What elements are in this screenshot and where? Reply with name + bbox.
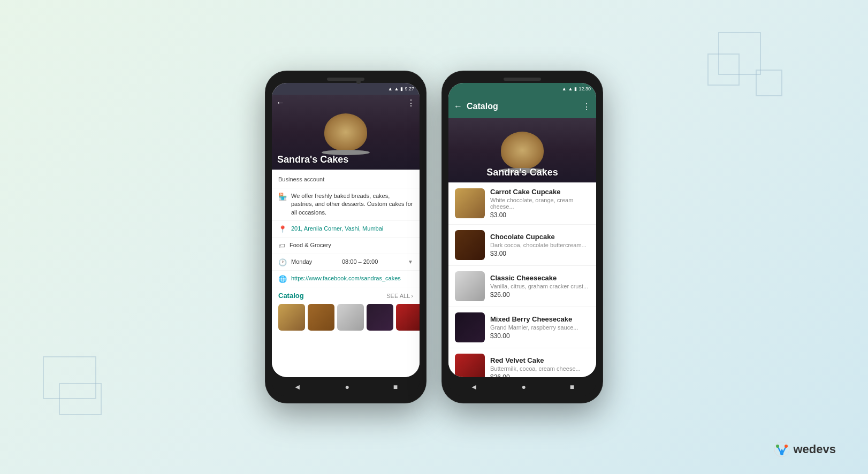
description-row: 🏪 We offer freshly baked breads, cakes, … xyxy=(272,188,420,221)
catalog-thumb-2[interactable] xyxy=(308,304,334,331)
catalog-thumb-3[interactable] xyxy=(337,304,364,331)
product-name-4: Mixed Berry Cheesecake xyxy=(490,315,590,323)
address-text[interactable]: 201, Areniia Corner, Vashi, Mumbai xyxy=(291,225,383,233)
product-thumb-5 xyxy=(455,354,485,377)
catalog-cake-visual xyxy=(501,132,544,169)
phone2-back-nav[interactable]: ◄ xyxy=(470,383,478,391)
product-name-1: Carrot Cake Cupcake xyxy=(490,188,590,196)
product-name-2: Chocolate Cupcake xyxy=(490,233,590,241)
product-name-3: Classic Cheesecake xyxy=(490,274,590,282)
description-icon: 🏪 xyxy=(278,193,287,201)
see-all-text: SEE ALL xyxy=(386,293,410,299)
product-desc-4: Grand Marnier, raspberry sauce... xyxy=(490,324,590,331)
phone2-bottom-nav: ◄ ● ■ xyxy=(448,377,596,396)
product-item-5[interactable]: Red Velvet Cake Buttermilk, cocoa, cream… xyxy=(448,348,596,377)
wedevs-logo: wedevs xyxy=(773,441,836,458)
product-info-4: Mixed Berry Cheesecake Grand Marnier, ra… xyxy=(490,315,590,340)
web-icon: 🌐 xyxy=(278,275,287,283)
product-price-3: $26.00 xyxy=(490,291,590,299)
svg-point-3 xyxy=(780,452,783,455)
product-price-2: $3.00 xyxy=(490,250,590,257)
phone1-time: 9:27 xyxy=(405,86,414,91)
phone1-bottom-nav: ◄ ● ■ xyxy=(272,377,420,396)
product-desc-3: Vanilla, citrus, graham cracker crust... xyxy=(490,283,590,289)
product-item-2[interactable]: Chocolate Cupcake Dark cocoa, chocolate … xyxy=(448,225,596,266)
product-item-1[interactable]: Carrot Cake Cupcake White chocolate, ora… xyxy=(448,182,596,225)
catalog-hero-image: Sandra's Cakes xyxy=(448,118,596,182)
product-item-4[interactable]: Mixed Berry Cheesecake Grand Marnier, ra… xyxy=(448,307,596,348)
phone1-battery-icon: ▮ xyxy=(400,86,403,91)
phone2-home-nav[interactable]: ● xyxy=(521,383,526,391)
category-row: 🏷 Food & Grocery xyxy=(272,238,420,254)
phone1-recent-nav[interactable]: ■ xyxy=(393,383,398,391)
wedevs-text: wedevs xyxy=(794,442,836,456)
catalog-cake-shape xyxy=(501,132,544,169)
description-text: We offer freshly baked breads, cakes, pa… xyxy=(291,192,413,217)
phone2-status-bar: ▲ ▲ ▮ 12:30 xyxy=(448,83,596,95)
website-link[interactable]: https://www.facebook.com/sandras_cakes xyxy=(291,274,401,282)
phone1-screen: ▲ ▲ ▮ 9:27 ← ⋮ Sandra's Cakes xyxy=(272,83,420,377)
hours-time: 08:00 – 20:00 xyxy=(342,258,378,266)
phone1-status-right: ▲ ▲ ▮ 9:27 xyxy=(388,86,414,91)
phone-business-profile: ▲ ▲ ▮ 9:27 ← ⋮ Sandra's Cakes xyxy=(265,71,426,403)
catalog-thumb-1[interactable] xyxy=(278,304,305,331)
product-desc-2: Dark cocoa, chocolate buttercream... xyxy=(490,242,590,248)
phone2-screen: ▲ ▲ ▮ 12:30 ← Catalog ⋮ Sandra's Cakes xyxy=(448,83,596,377)
website-row: 🌐 https://www.facebook.com/sandras_cakes xyxy=(272,271,420,287)
catalog-thumbnails xyxy=(278,304,413,331)
svg-point-2 xyxy=(785,445,788,448)
wedevs-logo-icon xyxy=(773,441,790,458)
see-all-button[interactable]: SEE ALL › xyxy=(386,293,413,299)
svg-point-1 xyxy=(776,445,779,448)
hours-day: Monday xyxy=(291,258,312,266)
phone1-back-nav[interactable]: ◄ xyxy=(294,383,301,391)
phone2-speaker xyxy=(504,78,541,81)
phone2-signal-icon: ▲ xyxy=(568,86,573,91)
address-row: 📍 201, Areniia Corner, Vashi, Mumbai xyxy=(272,221,420,238)
bg-decoration-2 xyxy=(707,53,740,86)
phone1-camera xyxy=(356,80,361,84)
phone1-more-button[interactable]: ⋮ xyxy=(407,98,415,108)
product-thumb-1 xyxy=(455,188,485,218)
product-thumb-2 xyxy=(455,230,485,260)
phone2-wifi-icon: ▲ xyxy=(562,86,567,91)
phone2-status-right: ▲ ▲ ▮ 12:30 xyxy=(562,86,591,91)
phone1-status-bar: ▲ ▲ ▮ 9:27 xyxy=(272,83,420,95)
location-icon: 📍 xyxy=(278,225,287,233)
catalog-more-button[interactable]: ⋮ xyxy=(582,102,591,112)
phone2-battery-icon: ▮ xyxy=(574,86,577,91)
catalog-section: Catalog SEE ALL › xyxy=(272,287,420,377)
business-account-section: Business account xyxy=(272,170,420,188)
phone2-recent-nav[interactable]: ■ xyxy=(570,383,574,391)
product-item-3[interactable]: Classic Cheesecake Vanilla, citrus, grah… xyxy=(448,266,596,307)
product-desc-5: Buttermilk, cocoa, cream cheese... xyxy=(490,365,590,372)
catalog-app-header: ← Catalog ⋮ xyxy=(448,95,596,118)
catalog-thumb-5[interactable] xyxy=(396,304,420,331)
phone1-cake-shape xyxy=(324,113,367,151)
hours-expand-icon[interactable]: ▼ xyxy=(408,259,413,265)
product-price-5: $26.00 xyxy=(490,373,590,377)
catalog-back-button[interactable]: ← xyxy=(454,102,462,111)
category-icon: 🏷 xyxy=(278,242,285,250)
phone1-wifi-icon: ▲ xyxy=(388,86,393,91)
product-list: Carrot Cake Cupcake White chocolate, ora… xyxy=(448,182,596,377)
phone1-business-name: Sandra's Cakes xyxy=(277,154,348,165)
phone-catalog: ▲ ▲ ▮ 12:30 ← Catalog ⋮ Sandra's Cakes xyxy=(442,71,603,403)
phones-container: ▲ ▲ ▮ 9:27 ← ⋮ Sandra's Cakes xyxy=(265,71,603,403)
catalog-app-title: Catalog xyxy=(467,102,578,111)
hours-row: 🕐 Monday 08:00 – 20:00 ▼ xyxy=(272,254,420,271)
category-text: Food & Grocery xyxy=(290,241,331,249)
catalog-hero-name: Sandra's Cakes xyxy=(486,167,558,178)
product-name-5: Red Velvet Cake xyxy=(490,356,590,364)
product-price-1: $3.00 xyxy=(490,211,590,219)
phone1-back-button[interactable]: ← xyxy=(276,98,285,108)
phone1-home-nav[interactable]: ● xyxy=(345,383,349,391)
product-thumb-4 xyxy=(455,312,485,342)
phone1-signal-icon: ▲ xyxy=(394,86,399,91)
product-info-1: Carrot Cake Cupcake White chocolate, ora… xyxy=(490,188,590,219)
bg-decoration-5 xyxy=(59,383,102,415)
product-desc-1: White chocolate, orange, cream cheese... xyxy=(490,197,590,210)
phone1-cake-visual xyxy=(324,113,367,151)
catalog-thumb-4[interactable] xyxy=(367,304,393,331)
phone1-hero-bg: ← ⋮ Sandra's Cakes xyxy=(272,95,420,170)
